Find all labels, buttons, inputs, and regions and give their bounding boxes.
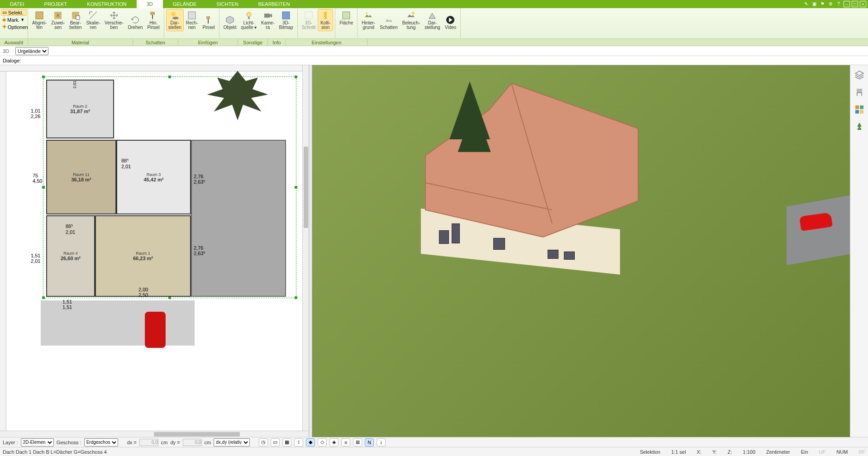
toggle-screen-icon[interactable]: ▭ bbox=[271, 438, 280, 446]
status-scale: 1:100 bbox=[743, 449, 756, 455]
chair-icon[interactable] bbox=[854, 87, 865, 98]
svg-rect-13 bbox=[264, 14, 270, 18]
tab-projekt[interactable]: PROJEKT bbox=[34, 0, 77, 8]
tool-icon[interactable]: ▣ bbox=[811, 1, 817, 7]
status-y: Y: bbox=[712, 449, 717, 455]
layers-icon[interactable] bbox=[854, 70, 865, 81]
group-label-einstell: Einstellungen bbox=[286, 39, 367, 46]
video-button[interactable]: Video bbox=[443, 9, 458, 31]
tab-gelaende[interactable]: GELÄNDE bbox=[163, 0, 207, 8]
svg-rect-29 bbox=[860, 105, 863, 109]
beleuchtung-button[interactable]: Beleuch- tung bbox=[400, 9, 422, 31]
svg-point-19 bbox=[412, 12, 415, 14]
zuweisen-button[interactable]: Zuwei- sen bbox=[49, 9, 67, 31]
mark-button[interactable]: ◆Mark.▾ bbox=[1, 16, 27, 23]
tab-sichten[interactable]: SICHTEN bbox=[206, 0, 248, 8]
svg-rect-0 bbox=[36, 12, 43, 19]
bitmap-button[interactable]: 3D- Bitmap bbox=[277, 9, 296, 31]
settings-icon[interactable]: ⚙ bbox=[827, 1, 834, 7]
group-label-einfuegen: Einfügen bbox=[178, 39, 238, 46]
dim-11: 1,512,01 bbox=[31, 253, 40, 264]
driveway bbox=[787, 195, 850, 266]
palette-icon[interactable] bbox=[854, 104, 865, 115]
maximize-icon[interactable]: □ bbox=[852, 1, 858, 7]
dy-input[interactable] bbox=[183, 439, 202, 446]
verschieben-button[interactable]: Verschie- ben bbox=[102, 9, 126, 31]
drehen-button[interactable]: Drehen bbox=[126, 9, 145, 31]
selekt-button[interactable]: ▭Selekt. bbox=[1, 9, 27, 16]
floor-plan[interactable]: Raum 231,87 m² Raum 1136,18 m² Raum 345,… bbox=[9, 74, 304, 432]
tab-konstruktion[interactable]: KONSTRUKTION bbox=[77, 0, 136, 8]
coord-mode-select[interactable]: dx,dy (relativ ka bbox=[214, 438, 250, 446]
scrollbar-horizontal[interactable] bbox=[0, 431, 309, 437]
objekt-button[interactable]: Objekt bbox=[221, 9, 239, 31]
tree-icon bbox=[204, 67, 272, 117]
svg-rect-15 bbox=[305, 12, 312, 19]
layer-select[interactable]: 2D-Elemen bbox=[21, 438, 54, 446]
dy-label: dy = bbox=[170, 440, 180, 445]
splitter[interactable] bbox=[309, 65, 312, 437]
status-selcount: 1:1 sel bbox=[671, 449, 686, 455]
plant-icon[interactable] bbox=[854, 121, 865, 132]
kamera-button[interactable]: Kame- ra bbox=[259, 9, 277, 31]
abgreifen-button[interactable]: Abgrei- fen bbox=[30, 9, 49, 31]
geschoss-select[interactable]: Erdgeschos bbox=[84, 438, 118, 446]
toggle-ortho2-icon[interactable]: ◇ bbox=[318, 438, 327, 446]
hinpinsel-button[interactable]: Hin. Pinsel bbox=[145, 9, 162, 31]
rechnen-button[interactable]: Rech- nen bbox=[184, 9, 200, 31]
tab-3d[interactable]: 3D bbox=[137, 0, 163, 8]
dx-input[interactable] bbox=[139, 439, 158, 446]
tab-bearbeiten[interactable]: BEARBEITEN bbox=[248, 0, 300, 8]
toggle-dia-icon[interactable]: ◈ bbox=[329, 438, 339, 446]
group-sonstige: 3D- Schnitt Kolli- sion bbox=[298, 8, 336, 38]
tree-3d-2 bbox=[458, 105, 491, 152]
flaeche-button[interactable]: Fläche bbox=[337, 9, 355, 27]
dim-3: 88⁵2,01 bbox=[121, 158, 131, 169]
hintergrund-button[interactable]: Hinter- grund bbox=[359, 9, 377, 31]
status-uf: UF bbox=[819, 449, 826, 455]
schatten-button[interactable]: Schatten bbox=[377, 9, 400, 31]
status-z: Z: bbox=[728, 449, 732, 455]
toggle-ortho-icon[interactable]: ◆ bbox=[306, 438, 315, 446]
urgelaende-select[interactable]: Urgelände bbox=[15, 47, 48, 55]
toggle-clock-icon[interactable]: ◷ bbox=[259, 438, 268, 446]
view-3d[interactable] bbox=[312, 65, 850, 437]
lichtquelle-button[interactable]: Licht- quelle ▾ bbox=[239, 9, 259, 31]
minimize-icon[interactable]: – bbox=[844, 1, 850, 7]
menu-bar: DATEI PROJEKT KONSTRUKTION 3D GELÄNDE SI… bbox=[0, 0, 868, 8]
dim-9: 2,762,63⁵ bbox=[194, 245, 205, 256]
kollision-button[interactable]: Kolli- sion bbox=[318, 9, 333, 31]
group-label-auswahl: Auswahl bbox=[0, 39, 28, 46]
help-icon[interactable]: ? bbox=[835, 1, 842, 7]
status-rf: RF bbox=[858, 449, 865, 455]
ribbon: ▭Selekt. ◆Mark.▾ ✚Optionen Abgrei- fen Z… bbox=[0, 8, 868, 39]
bearbeiten-button[interactable]: Bear- beiten bbox=[67, 9, 84, 31]
status-unit: Zentimeter bbox=[766, 449, 790, 455]
darstellen-button[interactable]: Dar- stellen bbox=[166, 9, 184, 31]
status-num: NUM bbox=[836, 449, 848, 455]
close-icon[interactable]: × bbox=[860, 1, 866, 7]
darstellung-button[interactable]: Dar- stellung bbox=[422, 9, 442, 31]
scrollbar-vertical[interactable] bbox=[302, 65, 309, 431]
room-2: Raum 231,87 m² bbox=[46, 80, 114, 138]
optionen-button[interactable]: ✚Optionen bbox=[1, 24, 27, 30]
dialoge-strip: Dialoge: bbox=[0, 56, 868, 65]
dim-1: 1,012,26 bbox=[31, 108, 40, 119]
pinsel-button[interactable]: Pinsel bbox=[200, 9, 217, 31]
group-material: Abgrei- fen Zuwei- sen Bear- beiten Skal… bbox=[28, 8, 164, 38]
pencil-icon[interactable]: ✎ bbox=[803, 1, 809, 7]
toggle-multi-icon[interactable]: ▦ bbox=[282, 438, 291, 446]
toggle-grid-icon[interactable]: ⊞ bbox=[353, 438, 362, 446]
skalieren-button[interactable]: Skalie- ren bbox=[84, 9, 103, 31]
view-2d[interactable]: Raum 231,87 m² Raum 1136,18 m² Raum 345,… bbox=[0, 65, 309, 437]
flag-icon[interactable]: ⚑ bbox=[819, 1, 825, 7]
svg-point-6 bbox=[171, 12, 176, 16]
group-info: Fläche bbox=[335, 8, 358, 38]
toggle-line-icon[interactable]: ≡ bbox=[341, 438, 350, 446]
schnitt-button[interactable]: 3D- Schnitt bbox=[300, 9, 318, 31]
toggle-snap-icon[interactable]: ⟟ bbox=[294, 438, 303, 446]
tab-datei[interactable]: DATEI bbox=[0, 0, 34, 8]
status-ein: Ein bbox=[801, 449, 808, 455]
toggle-n-icon[interactable]: N bbox=[365, 438, 374, 446]
toggle-info-icon[interactable]: i bbox=[377, 438, 386, 446]
